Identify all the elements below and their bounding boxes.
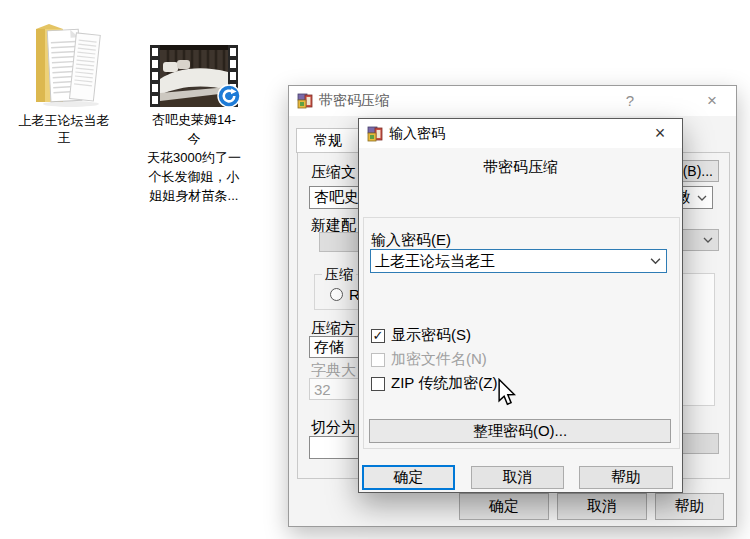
desktop: 上老王论坛当老 王 bbox=[0, 0, 750, 539]
enter-password-label: 输入密码(E) bbox=[371, 231, 451, 250]
help-button-outer[interactable]: 帮助 bbox=[655, 493, 724, 520]
checkbox-checked-icon[interactable]: ✓ bbox=[371, 329, 385, 343]
tab-general[interactable]: 常规 bbox=[296, 128, 360, 153]
compress-dialog-title: 带密码压缩 bbox=[319, 92, 389, 110]
password-dialog-titlebar[interactable]: 输入密码 bbox=[359, 119, 682, 148]
archive-name-label: 压缩文 bbox=[311, 163, 356, 182]
folder-documents-icon bbox=[27, 14, 101, 109]
organize-passwords-button[interactable]: 整理密码(O)... bbox=[369, 419, 671, 443]
compression-method-value: 存储 bbox=[314, 338, 344, 357]
show-password-row[interactable]: ✓ 显示密码(S) bbox=[371, 326, 471, 345]
dictionary-size-value: 32 bbox=[314, 381, 331, 398]
password-input[interactable]: 上老王论坛当老王 bbox=[370, 249, 667, 273]
mouse-cursor-icon bbox=[497, 378, 516, 410]
close-icon[interactable]: × bbox=[638, 119, 682, 148]
ok-button-outer[interactable]: 确定 bbox=[459, 493, 549, 520]
video-label-line4: 姐姐身材苗条... bbox=[146, 186, 242, 205]
chevron-down-icon bbox=[697, 195, 707, 201]
video-label-line3: 个长发御姐，小 bbox=[146, 167, 242, 186]
zip-legacy-row[interactable]: ZIP 传统加密(Z) bbox=[371, 374, 497, 393]
show-password-label: 显示密码(S) bbox=[391, 326, 471, 345]
chevron-down-icon bbox=[650, 258, 661, 265]
radio-icon[interactable] bbox=[330, 288, 343, 301]
enter-password-dialog-window: 输入密码 × 带密码压缩 输入密码(E) 上老王论坛当老王 ✓ 显示密码(S) … bbox=[358, 118, 683, 493]
password-dialog-title: 输入密码 bbox=[389, 125, 445, 143]
encrypt-filenames-row: 加密文件名(N) bbox=[371, 350, 487, 369]
close-icon[interactable]: × bbox=[690, 86, 734, 115]
folder-label-line1: 上老王论坛当老 bbox=[14, 112, 114, 129]
checkbox-disabled-icon bbox=[371, 353, 385, 367]
password-value: 上老王论坛当老王 bbox=[375, 252, 495, 271]
filmstrip-sprockets-left bbox=[150, 45, 160, 107]
video-label-line2: 天花3000约了一 bbox=[146, 148, 242, 167]
password-dialog-heading: 带密码压缩 bbox=[359, 158, 682, 177]
zip-legacy-label: ZIP 传统加密(Z) bbox=[391, 374, 497, 393]
format-radio-row[interactable]: R bbox=[330, 286, 360, 303]
cancel-button-outer[interactable]: 取消 bbox=[557, 493, 647, 520]
video-label-line1: 杏吧史莱姆14-今 bbox=[146, 110, 242, 148]
chevron-down-icon bbox=[703, 237, 713, 243]
compress-dialog-titlebar[interactable]: 带密码压缩 bbox=[289, 86, 736, 116]
winrar-icon bbox=[367, 126, 383, 142]
split-volumes-label: 切分为 bbox=[311, 418, 356, 437]
desktop-icon-folder[interactable]: 上老王论坛当老 王 bbox=[14, 14, 114, 146]
folder-label-line2: 王 bbox=[14, 129, 114, 146]
archive-format-group-label: 压缩 bbox=[322, 266, 356, 284]
ok-button[interactable]: 确定 bbox=[362, 465, 455, 490]
video-label: 杏吧史莱姆14-今 天花3000约了一 个长发御姐，小 姐姐身材苗条... bbox=[146, 110, 242, 205]
archive-name-text-left: 杏吧史 bbox=[314, 188, 359, 207]
cancel-button[interactable]: 取消 bbox=[471, 466, 564, 489]
help-caption-button[interactable]: ? bbox=[608, 86, 652, 115]
help-button[interactable]: 帮助 bbox=[579, 466, 673, 489]
encrypt-filenames-label: 加密文件名(N) bbox=[391, 350, 487, 369]
winrar-icon bbox=[297, 93, 313, 109]
sync-badge-icon bbox=[217, 84, 241, 108]
checkbox-unchecked-icon[interactable] bbox=[371, 377, 385, 391]
